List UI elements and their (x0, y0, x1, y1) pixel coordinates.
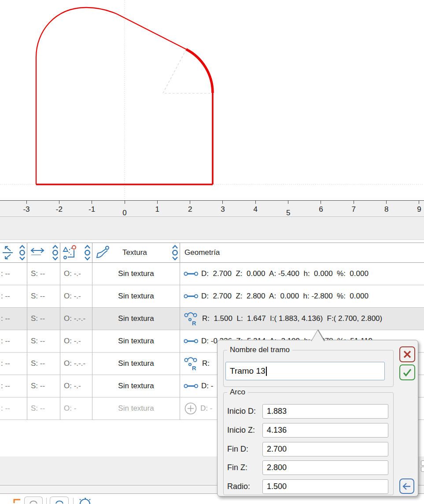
sort-spinner-icon[interactable] (171, 244, 179, 261)
fin-d-value: 2.700 (267, 445, 287, 454)
row-col2-value: S: -- (31, 292, 45, 301)
svg-text:R: R (192, 320, 196, 326)
row-col3-value: O: -.-.- (64, 314, 85, 323)
line-segment-icon (184, 338, 199, 345)
ruler-tick-label: 2 (188, 205, 192, 214)
toolbar-separator (73, 498, 74, 504)
close-button[interactable] (399, 346, 415, 362)
ruler-tick (255, 201, 256, 204)
profile-canvas[interactable] (0, 0, 424, 200)
name-groupbox-label: Nombre del tramo (227, 346, 292, 354)
field-label: Fin D: (227, 445, 248, 454)
width-arrow-icon (29, 246, 45, 260)
segment-name-value: Tramo 13 (230, 366, 265, 376)
row-col2-value: S: -- (31, 382, 45, 390)
row-col2-value: S: -- (31, 404, 45, 413)
ruler-tick (125, 201, 125, 204)
fin-z-value: 2.800 (267, 463, 287, 472)
back-button[interactable] (399, 478, 414, 494)
row-textura-value: Sin textura (118, 292, 154, 301)
ruler-tick (321, 201, 321, 204)
segment-editor-popup: Nombre del tramo Tramo 13 Arco Inicio D:… (217, 340, 418, 497)
zoom-tool-button[interactable] (24, 497, 43, 504)
row-col1-value: : -- (1, 359, 10, 368)
row-col3-value: O: -.- (64, 292, 81, 301)
check-icon (402, 368, 412, 377)
ruler-tick-label: 7 (352, 205, 356, 214)
sort-spinner-icon[interactable] (84, 244, 91, 261)
sort-spinner-icon[interactable] (52, 244, 59, 261)
right-edge-button-fragment[interactable] (421, 460, 424, 466)
ruler-tick-label: 9 (417, 205, 421, 214)
ruler-tick-label: 3 (221, 205, 225, 214)
ruler-tick-label: -3 (23, 205, 29, 214)
row-textura-value: Sin textura (118, 359, 154, 368)
app-window: -3-2-10123456789 (0, 0, 424, 504)
row-textura-value: Sin textura (118, 269, 154, 278)
right-edge-button-fragment[interactable] (421, 467, 424, 472)
ruler-tick-label: 1 (155, 205, 159, 214)
row-col3-value: O: -.- (64, 269, 81, 278)
settings-gear-icon[interactable] (78, 498, 92, 504)
ruler-tick (386, 201, 387, 204)
confirm-button[interactable] (399, 364, 415, 380)
row-col1-value: : -- (1, 269, 10, 278)
sort-spinner-icon[interactable] (18, 244, 26, 261)
arc-segment-icon: R (184, 356, 199, 371)
ruler-tick (222, 201, 223, 204)
toolbar-separator (46, 498, 47, 504)
fin-z-input[interactable]: 2.800 (262, 460, 388, 475)
inicio-z-input[interactable]: 4.136 (262, 423, 388, 438)
row-col3-value: O: -.- (64, 337, 81, 346)
ruler-tick-label: 6 (319, 205, 323, 214)
segment-name-input[interactable]: Tramo 13 (225, 362, 385, 380)
svg-text:R: R (192, 365, 196, 371)
radio-value: 1.500 (267, 482, 287, 491)
ruler-tick-label: 0 (122, 209, 126, 217)
row-col2-value: S: -- (31, 314, 45, 323)
ruler-tick (26, 201, 27, 204)
row-col1-value: : -- (1, 404, 10, 413)
row-geometry-value: D: 2.700 Z: 2.800 A: 0.000 h: -2.800 %: … (201, 292, 369, 301)
ruler-tick (92, 201, 92, 204)
points-path-icon (62, 245, 78, 261)
profile-outline (36, 7, 186, 184)
textura-header-label: Textura (122, 248, 147, 257)
add-segment-icon (184, 401, 198, 416)
profile-selected-arc (186, 49, 213, 93)
text-cursor (266, 367, 267, 376)
row-col2-value: S: -- (31, 269, 45, 278)
slope-arrows-icon (1, 245, 15, 261)
radio-input[interactable]: 1.500 (262, 479, 388, 494)
row-geometry-value: R: (202, 359, 210, 368)
ruler-tick (288, 201, 288, 204)
row-col2-value: S: -- (31, 359, 45, 368)
ruler-tick-label: 5 (286, 209, 290, 217)
row-col1-value: : -- (1, 382, 10, 390)
arrow-left-icon (402, 482, 412, 490)
row-col1-value: : -- (1, 292, 10, 301)
row-col1-value: : -- (1, 337, 10, 346)
x-icon (403, 350, 412, 359)
inicio-d-input[interactable]: 1.883 (262, 404, 388, 419)
row-textura-value: Sin textura (118, 382, 154, 390)
row-geometry-value: D: 2.700 Z: 0.000 A: -5.400 h: 0.000 %: … (201, 269, 369, 278)
circle-blue-tool-icon (54, 497, 65, 504)
header-col-slope[interactable] (0, 243, 27, 263)
row-col1-value: : -- (1, 314, 10, 323)
header-col-geometria[interactable]: Geometría (180, 243, 424, 263)
ruler-tick (354, 201, 354, 204)
row-col2-value: S: -- (31, 337, 45, 346)
horizontal-ruler[interactable]: -3-2-10123456789 (0, 200, 424, 217)
pan-tool-button[interactable] (50, 497, 69, 504)
ruler-tick (419, 201, 419, 204)
ruler-tick (157, 201, 158, 204)
ruler-tick-label: 8 (384, 205, 388, 214)
line-segment-icon (184, 270, 199, 277)
fin-d-input[interactable]: 2.700 (262, 442, 388, 456)
header-col-width[interactable] (27, 243, 60, 263)
header-col-textura[interactable]: Textura (92, 243, 180, 263)
orange-tool-icon[interactable] (13, 499, 22, 504)
header-col-offset[interactable] (60, 243, 92, 263)
paintbrush-icon (95, 245, 110, 261)
